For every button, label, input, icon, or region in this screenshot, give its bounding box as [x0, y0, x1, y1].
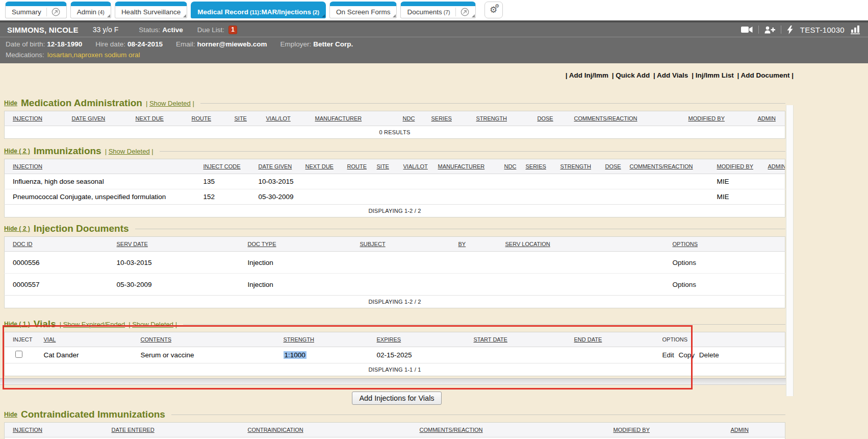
- column-ndc[interactable]: NDC: [504, 163, 517, 169]
- hide-contraindicated-link[interactable]: Hide: [4, 411, 17, 418]
- add-injections-for-vials-button[interactable]: Add Injections for Vials: [352, 392, 441, 405]
- column-end-date[interactable]: END DATE: [574, 336, 602, 343]
- open-in-new-icon[interactable]: [46, 8, 60, 16]
- open-in-new-icon[interactable]: [455, 8, 469, 16]
- column-modified-by[interactable]: MODIFIED BY: [717, 163, 754, 169]
- document-row[interactable]: 0000556 10-03-2015 Injection Options: [5, 252, 785, 274]
- column-inject-code[interactable]: INJECT CODE: [203, 163, 241, 169]
- column-modified-by[interactable]: MODIFIED BY: [688, 115, 725, 121]
- vial-row[interactable]: Cat Dander Serum or vaccine 1:1000 02-15…: [5, 347, 785, 363]
- video-camera-icon[interactable]: [741, 26, 753, 33]
- show-deleted-link[interactable]: Show Deleted: [132, 321, 173, 328]
- column-comments-reaction[interactable]: COMMENTS/REACTION: [420, 427, 483, 433]
- column-contents[interactable]: CONTENTS: [141, 336, 172, 343]
- column-dose[interactable]: DOSE: [538, 115, 553, 121]
- column-contraindication[interactable]: CONTRAINDICATION: [248, 427, 303, 433]
- column-modified-by[interactable]: MODIFIED BY: [614, 427, 650, 433]
- column-date-given[interactable]: DATE GIVEN: [259, 163, 292, 169]
- paging-status: DISPLAYING 1-1 / 1: [5, 363, 785, 376]
- add-document-link[interactable]: Add Document: [737, 71, 794, 79]
- patient-age-sex: 33 y/o F: [93, 26, 119, 34]
- tab-medical-record[interactable]: Medical Record (11) :MAR/Injections (2): [191, 2, 326, 18]
- quick-add-link[interactable]: Quick Add: [612, 71, 650, 79]
- vial-expires: 02-15-2025: [369, 347, 466, 363]
- column-serv-date[interactable]: SERV DATE: [117, 241, 148, 247]
- column-manufacturer[interactable]: MANUFACTURER: [315, 115, 362, 121]
- column-manufacturer[interactable]: MANUFACTURER: [438, 163, 485, 169]
- hide-injection-documents-link[interactable]: Hide ( 2 ): [4, 225, 30, 232]
- medication-link[interactable]: losartan: [47, 51, 74, 59]
- tab-health-surveillance[interactable]: Health Surveillance: [115, 2, 187, 18]
- column-next-due[interactable]: NEXT DUE: [136, 115, 164, 121]
- inj-imm-list-link[interactable]: Inj/Imm List: [692, 71, 734, 79]
- tab-on-screen-forms[interactable]: On Screen Forms: [329, 2, 397, 18]
- column-injection[interactable]: INJECTION: [13, 115, 42, 121]
- column-dose[interactable]: DOSE: [605, 163, 621, 169]
- serv-date: 05-30-2009: [109, 274, 240, 296]
- column-admin[interactable]: ADMIN: [731, 427, 749, 433]
- medications-bar: Medications: losartan naproxen sodium or…: [0, 51, 868, 63]
- column-admin[interactable]: ADMIN: [768, 163, 785, 169]
- lightning-bolt-icon[interactable]: [787, 26, 793, 34]
- column-vial[interactable]: VIAL: [44, 336, 56, 343]
- column-site[interactable]: SITE: [235, 115, 247, 121]
- contraindicated-table: INJECTION DATE ENTERED CONTRAINDICATION …: [4, 422, 785, 439]
- column-expires[interactable]: EXPIRES: [377, 336, 401, 343]
- column-comments-reaction[interactable]: COMMENTS/REACTION: [630, 163, 693, 169]
- vertical-scrollbar[interactable]: [786, 105, 794, 396]
- column-injection[interactable]: INJECTION: [13, 163, 42, 169]
- settings-gear-icon[interactable]: ⚙⚙: [484, 2, 503, 18]
- column-doc-id[interactable]: DOC ID: [13, 241, 33, 247]
- column-serv-location[interactable]: SERV LOCATION: [505, 241, 550, 247]
- column-subject[interactable]: SUBJECT: [360, 241, 386, 247]
- column-vial-lot[interactable]: VIAL/LOT: [266, 115, 291, 121]
- column-admin[interactable]: ADMIN: [758, 115, 776, 121]
- column-route[interactable]: ROUTE: [192, 115, 212, 121]
- column-doc-type[interactable]: DOC TYPE: [248, 241, 276, 247]
- add-vials-link[interactable]: Add Vials: [653, 71, 688, 79]
- section-injection-documents-header: Hide ( 2 ) Injection Documents: [4, 223, 785, 234]
- column-ndc[interactable]: NDC: [403, 115, 415, 121]
- add-inj-imm-link[interactable]: Add Inj/Imm: [566, 71, 608, 79]
- document-row[interactable]: 0000557 05-30-2009 Injection Options: [5, 274, 785, 296]
- delete-link[interactable]: Delete: [699, 351, 719, 359]
- column-date-given[interactable]: DATE GIVEN: [72, 115, 106, 121]
- hide-vials-link[interactable]: Hide ( 1 ): [4, 321, 30, 328]
- immunization-row[interactable]: Influenza, high dose seasonal 135 10-03-…: [5, 174, 785, 189]
- paging-status: DISPLAYING 1-2 / 2: [5, 205, 785, 217]
- add-person-icon[interactable]: [764, 26, 775, 34]
- hide-immunizations-link[interactable]: Hide ( 2 ): [4, 148, 30, 155]
- column-site[interactable]: SITE: [377, 163, 389, 169]
- column-by[interactable]: BY: [458, 241, 466, 247]
- column-strength[interactable]: STRENGTH: [476, 115, 507, 121]
- options-link[interactable]: Options: [673, 281, 697, 288]
- show-deleted-link[interactable]: Show Deleted: [109, 148, 150, 155]
- column-strength[interactable]: STRENGTH: [560, 163, 592, 169]
- edit-link[interactable]: Edit: [662, 351, 674, 359]
- column-series[interactable]: SERIES: [431, 115, 452, 121]
- column-vial-lot[interactable]: VIAL/LOT: [403, 163, 428, 169]
- column-series[interactable]: SERIES: [526, 163, 546, 169]
- due-list-badge[interactable]: 1: [228, 26, 237, 34]
- column-next-due[interactable]: NEXT DUE: [305, 163, 334, 169]
- column-date-entered[interactable]: DATE ENTERED: [112, 427, 155, 433]
- vial-select-checkbox[interactable]: [15, 351, 22, 358]
- copy-link[interactable]: Copy: [679, 351, 695, 359]
- column-strength[interactable]: STRENGTH: [284, 336, 315, 343]
- hide-med-admin-link[interactable]: Hide: [4, 100, 17, 107]
- tab-documents[interactable]: Documents (7): [400, 2, 475, 18]
- column-route[interactable]: ROUTE: [347, 163, 367, 169]
- bar-chart-icon[interactable]: [851, 26, 861, 34]
- options-link[interactable]: Options: [673, 259, 697, 266]
- medication-link[interactable]: naproxen sodium oral: [74, 51, 140, 59]
- column-start-date[interactable]: START DATE: [474, 336, 507, 343]
- tab-admin[interactable]: Admin (4): [70, 2, 111, 18]
- column-comments-reaction[interactable]: COMMENTS/REACTION: [574, 115, 637, 121]
- tab-summary[interactable]: Summary: [5, 2, 67, 18]
- show-deleted-link[interactable]: Show Deleted: [149, 100, 191, 107]
- show-expired-ended-link[interactable]: Show Expired/Ended: [63, 321, 125, 328]
- column-injection[interactable]: INJECTION: [13, 427, 42, 433]
- column-options[interactable]: OPTIONS: [673, 241, 698, 247]
- immunization-row[interactable]: Pneumococcal Conjugate, unspecified form…: [5, 189, 785, 205]
- horizontal-scrollbar[interactable]: [0, 378, 794, 385]
